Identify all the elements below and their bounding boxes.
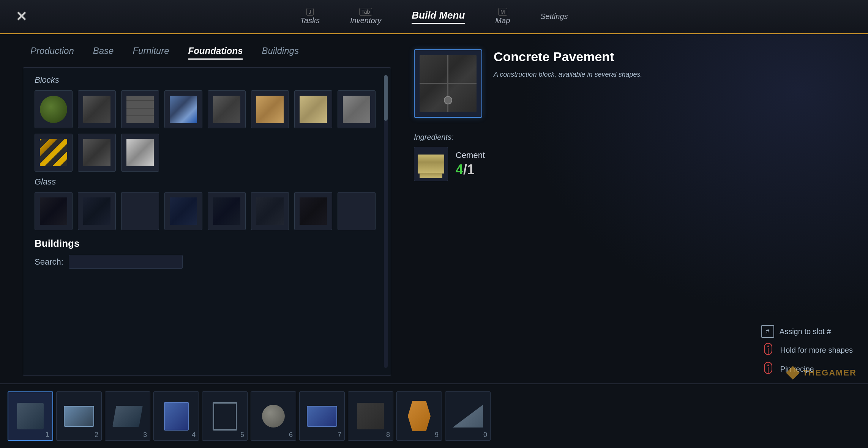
ingredient-separator: / — [463, 162, 467, 177]
nav-inventory[interactable]: Tab Inventory — [350, 8, 381, 25]
nav-tasks[interactable]: J Tasks — [300, 8, 320, 25]
conveyor-icon — [112, 406, 143, 427]
ingredients-section: Ingredients: Cement 4/1 — [414, 133, 853, 181]
block-wood[interactable] — [251, 90, 289, 128]
glass-8[interactable] — [338, 192, 376, 230]
search-input[interactable] — [69, 255, 183, 269]
inventory-key-hint: Tab — [359, 8, 372, 16]
slot-2-image — [64, 401, 94, 431]
tab-furniture[interactable]: Furniture — [133, 46, 169, 60]
block8-icon — [357, 403, 384, 429]
hash-icon: # — [761, 325, 774, 338]
block-silver[interactable] — [121, 134, 159, 172]
hotbar-slot-0[interactable]: 0 — [445, 391, 491, 441]
slot-2-number: 2 — [95, 431, 98, 439]
slot-0-number: 0 — [483, 431, 487, 439]
frame-icon — [213, 402, 237, 431]
blocks-row-1 — [31, 90, 383, 128]
block-earth[interactable] — [35, 90, 73, 128]
glass-4[interactable] — [164, 192, 202, 230]
ingredient-name: Cement — [456, 150, 485, 160]
glass-2[interactable] — [78, 192, 116, 230]
slot-8-number: 8 — [386, 431, 390, 439]
nav-settings[interactable]: Settings — [540, 12, 568, 21]
ingredients-label: Ingredients: — [414, 133, 853, 142]
inventory-label: Inventory — [350, 16, 381, 25]
ingredient-have: 4 — [456, 162, 463, 177]
items-grid: Blocks Glass — [23, 67, 391, 376]
left-panel: Production Base Furniture Foundations Bu… — [0, 34, 399, 383]
slot-5-number: 5 — [240, 431, 244, 439]
settings-label: Settings — [540, 12, 568, 21]
watermark: THEGAMER — [786, 366, 857, 380]
slot-1-image — [15, 401, 46, 431]
block-hazard[interactable] — [35, 134, 73, 172]
selected-item-description: A construction block, available in sever… — [494, 69, 853, 80]
tab-buildings-cat[interactable]: Buildings — [262, 46, 298, 60]
slot-7-image — [307, 401, 337, 431]
slot-1-number: 1 — [46, 431, 49, 439]
hint-shapes-text: Hold for more shapes — [780, 346, 853, 355]
slot-7-number: 7 — [338, 431, 341, 439]
map-key-hint: M — [498, 8, 507, 16]
nav-items: J Tasks Tab Inventory Build Menu M Map S… — [300, 8, 568, 25]
ingredient-count: 4/1 — [456, 162, 485, 178]
ingredient-cement-icon — [414, 147, 448, 181]
hotbar-slot-6[interactable]: 6 — [251, 391, 296, 441]
block-blue-metal[interactable] — [164, 90, 202, 128]
svg-point-2 — [767, 345, 769, 347]
main-content: Production Base Furniture Foundations Bu… — [0, 34, 868, 383]
scrollbar[interactable] — [384, 75, 388, 368]
robot-icon — [17, 403, 44, 429]
ramp-icon — [453, 405, 483, 427]
nav-build-menu[interactable]: Build Menu — [412, 9, 465, 24]
buildings-subtitle: Buildings — [35, 238, 383, 249]
glass-5[interactable] — [208, 192, 246, 230]
glass-3[interactable] — [121, 192, 159, 230]
hotbar-slot-7[interactable]: 7 — [299, 391, 345, 441]
watermark-logo-icon — [786, 366, 800, 380]
glass-label: Glass — [35, 177, 383, 187]
block-concrete[interactable] — [208, 90, 246, 128]
block-light-stone[interactable] — [338, 90, 376, 128]
mouse-pin-icon — [761, 362, 775, 376]
build-menu-label: Build Menu — [412, 9, 465, 21]
glass-6[interactable] — [251, 192, 289, 230]
slot-9-number: 9 — [435, 431, 439, 439]
hint-assign: # Assign to slot # — [761, 325, 853, 338]
hotbar-slot-9[interactable]: 9 — [396, 391, 442, 441]
top-bar: ✕ J Tasks Tab Inventory Build Menu M Map… — [0, 0, 868, 34]
category-tabs: Production Base Furniture Foundations Bu… — [23, 46, 391, 60]
scroll-thumb — [384, 75, 388, 121]
buildings-subsection: Buildings Search: — [31, 238, 383, 269]
block-stone[interactable] — [78, 90, 116, 128]
tab-foundations[interactable]: Foundations — [188, 46, 243, 60]
mouse-shapes-icon — [761, 343, 775, 357]
slot-4-image — [161, 401, 191, 431]
cement-visual — [418, 155, 444, 174]
glass-7[interactable] — [294, 192, 332, 230]
tab-base[interactable]: Base — [93, 46, 114, 60]
block-brick[interactable] — [121, 90, 159, 128]
hotbar-slot-5[interactable]: 5 — [202, 391, 248, 441]
block-sand[interactable] — [294, 90, 332, 128]
slot-8-image — [355, 401, 386, 431]
bottom-hotbar: 1 2 3 4 5 — [0, 383, 868, 448]
selected-item-info: Concrete Pavement A construction block, … — [494, 49, 853, 80]
glass-1[interactable] — [35, 192, 73, 230]
hotbar-slot-3[interactable]: 3 — [105, 391, 150, 441]
hotbar-slot-4[interactable]: 4 — [153, 391, 199, 441]
hotbar-slot-2[interactable]: 2 — [56, 391, 102, 441]
close-button[interactable]: ✕ — [11, 7, 31, 27]
block-dark-metal[interactable] — [78, 134, 116, 172]
hotbar-slot-1[interactable]: 1 — [8, 391, 53, 441]
glass-row — [31, 192, 383, 230]
container2-icon — [307, 406, 337, 427]
nav-map[interactable]: M Map — [495, 8, 510, 25]
hint-shapes: Hold for more shapes — [761, 343, 853, 357]
svg-point-5 — [767, 364, 769, 366]
tab-production[interactable]: Production — [30, 46, 74, 60]
concrete-pavement-preview — [420, 55, 477, 112]
hotbar-slot-8[interactable]: 8 — [348, 391, 393, 441]
blocks-label: Blocks — [35, 75, 383, 85]
